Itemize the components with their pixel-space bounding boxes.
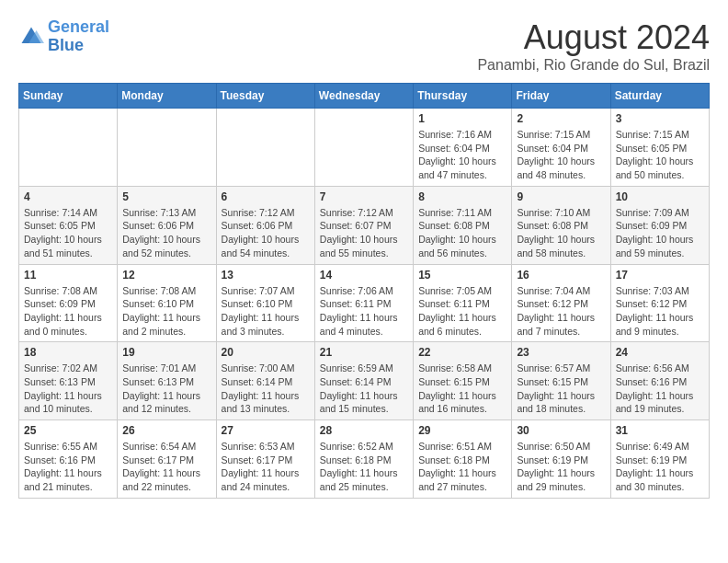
calendar-cell: 5Sunrise: 7:13 AMSunset: 6:06 PMDaylight… xyxy=(118,186,216,264)
calendar-cell: 26Sunrise: 6:54 AMSunset: 6:17 PMDayligh… xyxy=(118,420,216,499)
calendar-cell: 28Sunrise: 6:52 AMSunset: 6:18 PMDayligh… xyxy=(314,420,413,499)
day-info: Sunrise: 7:11 AMSunset: 6:08 PMDaylight:… xyxy=(418,206,506,260)
day-number: 7 xyxy=(320,190,408,203)
calendar-header-row: SundayMondayTuesdayWednesdayThursdayFrid… xyxy=(19,84,710,109)
calendar-cell: 7Sunrise: 7:12 AMSunset: 6:07 PMDaylight… xyxy=(314,186,413,264)
day-number: 31 xyxy=(616,424,704,437)
logo-text: General Blue xyxy=(48,18,109,55)
day-number: 30 xyxy=(517,424,605,437)
day-info: Sunrise: 7:07 AMSunset: 6:10 PMDaylight:… xyxy=(222,284,310,339)
calendar-cell: 8Sunrise: 7:11 AMSunset: 6:08 PMDaylight… xyxy=(414,186,512,264)
calendar-week-row: 11Sunrise: 7:08 AMSunset: 6:09 PMDayligh… xyxy=(19,264,710,342)
calendar-cell: 14Sunrise: 7:06 AMSunset: 6:11 PMDayligh… xyxy=(314,264,413,342)
calendar-cell: 11Sunrise: 7:08 AMSunset: 6:09 PMDayligh… xyxy=(19,264,118,342)
day-info: Sunrise: 7:12 AMSunset: 6:06 PMDaylight:… xyxy=(222,206,310,260)
col-header-saturday: Saturday xyxy=(610,84,709,109)
day-info: Sunrise: 7:03 AMSunset: 6:12 PMDaylight:… xyxy=(616,284,704,339)
day-number: 9 xyxy=(517,190,605,203)
day-info: Sunrise: 7:09 AMSunset: 6:09 PMDaylight:… xyxy=(616,206,704,260)
calendar-cell: 25Sunrise: 6:55 AMSunset: 6:16 PMDayligh… xyxy=(19,420,118,499)
calendar-cell: 16Sunrise: 7:04 AMSunset: 6:12 PMDayligh… xyxy=(512,264,610,342)
calendar-cell: 3Sunrise: 7:15 AMSunset: 6:05 PMDaylight… xyxy=(610,109,709,187)
day-info: Sunrise: 7:02 AMSunset: 6:13 PMDaylight:… xyxy=(24,362,112,416)
col-header-monday: Monday xyxy=(118,84,216,109)
day-number: 2 xyxy=(517,112,605,125)
calendar-cell: 6Sunrise: 7:12 AMSunset: 6:06 PMDaylight… xyxy=(216,186,314,264)
col-header-tuesday: Tuesday xyxy=(216,84,314,109)
day-info: Sunrise: 6:56 AMSunset: 6:16 PMDaylight:… xyxy=(616,362,704,416)
title-block: August 2024 Panambi, Rio Grande do Sul, … xyxy=(477,18,710,74)
calendar-cell xyxy=(216,109,314,187)
page-subtitle: Panambi, Rio Grande do Sul, Brazil xyxy=(477,57,710,74)
day-info: Sunrise: 6:52 AMSunset: 6:18 PMDaylight:… xyxy=(320,440,408,494)
calendar-cell: 18Sunrise: 7:02 AMSunset: 6:13 PMDayligh… xyxy=(19,342,118,420)
day-info: Sunrise: 6:54 AMSunset: 6:17 PMDaylight:… xyxy=(122,440,210,494)
day-number: 13 xyxy=(222,269,310,282)
day-number: 25 xyxy=(24,424,112,437)
calendar-cell: 15Sunrise: 7:05 AMSunset: 6:11 PMDayligh… xyxy=(414,264,512,342)
day-number: 17 xyxy=(616,269,704,282)
calendar-cell: 21Sunrise: 6:59 AMSunset: 6:14 PMDayligh… xyxy=(314,342,413,420)
day-info: Sunrise: 7:14 AMSunset: 6:05 PMDaylight:… xyxy=(24,206,112,260)
calendar-cell: 13Sunrise: 7:07 AMSunset: 6:10 PMDayligh… xyxy=(216,264,314,342)
day-info: Sunrise: 7:04 AMSunset: 6:12 PMDaylight:… xyxy=(517,284,605,339)
calendar-cell: 20Sunrise: 7:00 AMSunset: 6:14 PMDayligh… xyxy=(216,342,314,420)
day-number: 4 xyxy=(24,190,112,203)
day-number: 29 xyxy=(418,424,506,437)
calendar-week-row: 1Sunrise: 7:16 AMSunset: 6:04 PMDaylight… xyxy=(19,109,710,187)
day-number: 22 xyxy=(418,346,506,359)
day-info: Sunrise: 6:58 AMSunset: 6:15 PMDaylight:… xyxy=(418,362,506,416)
calendar-week-row: 18Sunrise: 7:02 AMSunset: 6:13 PMDayligh… xyxy=(19,342,710,420)
day-info: Sunrise: 7:08 AMSunset: 6:10 PMDaylight:… xyxy=(122,284,210,339)
day-number: 18 xyxy=(24,346,112,359)
day-info: Sunrise: 7:10 AMSunset: 6:08 PMDaylight:… xyxy=(517,206,605,260)
col-header-sunday: Sunday xyxy=(19,84,118,109)
calendar-cell: 29Sunrise: 6:51 AMSunset: 6:18 PMDayligh… xyxy=(414,420,512,499)
day-number: 14 xyxy=(320,269,408,282)
col-header-thursday: Thursday xyxy=(414,84,512,109)
day-number: 26 xyxy=(122,424,210,437)
calendar-cell: 30Sunrise: 6:50 AMSunset: 6:19 PMDayligh… xyxy=(512,420,610,499)
day-number: 19 xyxy=(122,346,210,359)
calendar-cell: 17Sunrise: 7:03 AMSunset: 6:12 PMDayligh… xyxy=(610,264,709,342)
calendar-cell: 24Sunrise: 6:56 AMSunset: 6:16 PMDayligh… xyxy=(610,342,709,420)
calendar-cell xyxy=(19,109,118,187)
calendar-cell: 27Sunrise: 6:53 AMSunset: 6:17 PMDayligh… xyxy=(216,420,314,499)
day-number: 24 xyxy=(616,346,704,359)
page-header: General Blue August 2024 Panambi, Rio Gr… xyxy=(18,18,710,74)
day-info: Sunrise: 7:12 AMSunset: 6:07 PMDaylight:… xyxy=(320,206,408,260)
col-header-friday: Friday xyxy=(512,84,610,109)
calendar-week-row: 25Sunrise: 6:55 AMSunset: 6:16 PMDayligh… xyxy=(19,420,710,499)
day-info: Sunrise: 6:51 AMSunset: 6:18 PMDaylight:… xyxy=(418,440,506,494)
day-number: 10 xyxy=(616,190,704,203)
day-number: 12 xyxy=(122,269,210,282)
day-info: Sunrise: 7:05 AMSunset: 6:11 PMDaylight:… xyxy=(418,284,506,339)
calendar-cell: 1Sunrise: 7:16 AMSunset: 6:04 PMDaylight… xyxy=(414,109,512,187)
calendar-cell: 22Sunrise: 6:58 AMSunset: 6:15 PMDayligh… xyxy=(414,342,512,420)
calendar-cell: 23Sunrise: 6:57 AMSunset: 6:15 PMDayligh… xyxy=(512,342,610,420)
day-info: Sunrise: 7:06 AMSunset: 6:11 PMDaylight:… xyxy=(320,284,408,339)
day-info: Sunrise: 7:16 AMSunset: 6:04 PMDaylight:… xyxy=(418,128,506,182)
page-title: August 2024 xyxy=(477,18,710,57)
calendar-cell xyxy=(118,109,216,187)
calendar-cell: 31Sunrise: 6:49 AMSunset: 6:19 PMDayligh… xyxy=(610,420,709,499)
day-number: 3 xyxy=(616,112,704,125)
day-info: Sunrise: 6:59 AMSunset: 6:14 PMDaylight:… xyxy=(320,362,408,416)
day-number: 16 xyxy=(517,269,605,282)
day-info: Sunrise: 6:49 AMSunset: 6:19 PMDaylight:… xyxy=(616,440,704,494)
day-info: Sunrise: 6:55 AMSunset: 6:16 PMDaylight:… xyxy=(24,440,112,494)
day-number: 20 xyxy=(222,346,310,359)
calendar-week-row: 4Sunrise: 7:14 AMSunset: 6:05 PMDaylight… xyxy=(19,186,710,264)
day-info: Sunrise: 7:15 AMSunset: 6:04 PMDaylight:… xyxy=(517,128,605,182)
day-number: 23 xyxy=(517,346,605,359)
day-info: Sunrise: 7:08 AMSunset: 6:09 PMDaylight:… xyxy=(24,284,112,339)
calendar-cell: 4Sunrise: 7:14 AMSunset: 6:05 PMDaylight… xyxy=(19,186,118,264)
col-header-wednesday: Wednesday xyxy=(314,84,413,109)
day-info: Sunrise: 6:57 AMSunset: 6:15 PMDaylight:… xyxy=(517,362,605,416)
calendar-table: SundayMondayTuesdayWednesdayThursdayFrid… xyxy=(18,83,710,499)
calendar-cell: 10Sunrise: 7:09 AMSunset: 6:09 PMDayligh… xyxy=(610,186,709,264)
calendar-cell: 2Sunrise: 7:15 AMSunset: 6:04 PMDaylight… xyxy=(512,109,610,187)
day-info: Sunrise: 6:53 AMSunset: 6:17 PMDaylight:… xyxy=(222,440,310,494)
day-number: 27 xyxy=(222,424,310,437)
day-number: 11 xyxy=(24,269,112,282)
